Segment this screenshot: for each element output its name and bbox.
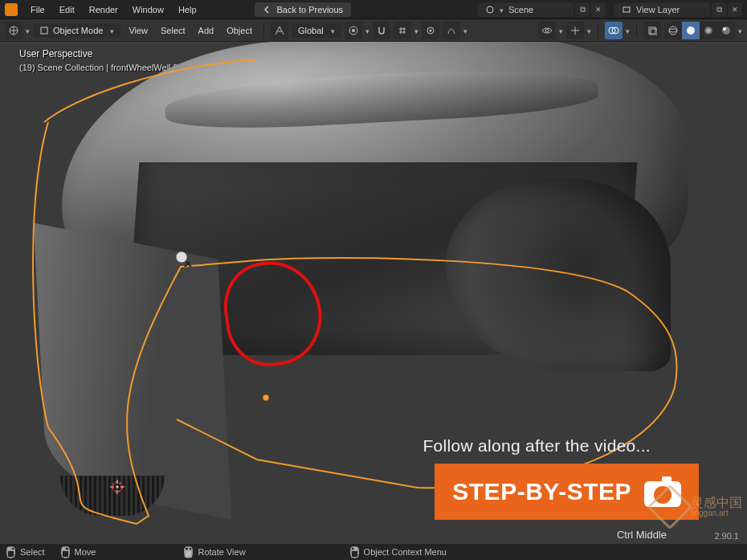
status-select-label: Select bbox=[20, 547, 45, 557]
proportional-icon bbox=[426, 26, 435, 35]
svg-point-0 bbox=[487, 6, 493, 13]
eye-icon bbox=[541, 26, 553, 35]
pivot-icon bbox=[349, 26, 358, 35]
back-arrow-icon bbox=[263, 5, 272, 14]
viewlayer-copy-button[interactable] bbox=[712, 2, 726, 17]
orientation-label: Global bbox=[298, 26, 324, 35]
gizmo-icon bbox=[570, 26, 580, 35]
snap-button[interactable] bbox=[373, 22, 390, 39]
scene-icon bbox=[485, 5, 495, 14]
xray-button[interactable] bbox=[643, 22, 661, 39]
mouse-left-icon bbox=[6, 546, 15, 558]
back-to-previous-label: Back to Previous bbox=[277, 5, 344, 14]
wire-sphere-icon bbox=[667, 25, 679, 36]
shading-rendered-button[interactable] bbox=[717, 22, 735, 39]
chevron-down-icon bbox=[331, 26, 335, 35]
version-label: 2.90.1 bbox=[714, 531, 739, 541]
transform-orientation-button[interactable] bbox=[271, 22, 288, 39]
shading-mode-group bbox=[664, 22, 735, 39]
watermark: 灵感中国 linggan.art bbox=[654, 491, 742, 523]
status-select: Select bbox=[6, 546, 45, 558]
menu-help[interactable]: Help bbox=[172, 2, 203, 18]
menu-select[interactable]: Select bbox=[156, 23, 190, 38]
svg-point-15 bbox=[687, 27, 695, 35]
viewlayer-close-button[interactable] bbox=[728, 2, 742, 17]
scene-selector[interactable]: Scene bbox=[477, 2, 574, 17]
shading-wireframe-button[interactable] bbox=[664, 22, 682, 39]
svg-point-8 bbox=[545, 29, 549, 32]
xray-icon bbox=[647, 26, 657, 35]
menu-file[interactable]: File bbox=[24, 2, 51, 18]
mouse-middle-icon bbox=[184, 546, 193, 558]
chevron-down-icon bbox=[738, 26, 742, 35]
show-overlays-button[interactable] bbox=[538, 22, 556, 39]
viewlayer-name: View Layer bbox=[636, 5, 680, 14]
status-rotate: Rotate View bbox=[184, 546, 245, 558]
mouse-right-icon bbox=[350, 546, 359, 558]
watermark-line1: 灵感中国 bbox=[691, 497, 742, 509]
3d-viewport[interactable]: User Perspective (19) Scene Collection |… bbox=[0, 42, 747, 544]
mouse-left-icon bbox=[61, 546, 70, 558]
chevron-down-icon bbox=[414, 26, 418, 35]
status-rotate-label: Rotate View bbox=[198, 547, 245, 557]
scene-name: Scene bbox=[508, 5, 533, 14]
mode-label: Object Mode bbox=[53, 26, 103, 35]
chevron-down-icon bbox=[365, 26, 369, 35]
menu-render[interactable]: Render bbox=[83, 2, 124, 18]
status-bar: Select Move Rotate View Object Context M… bbox=[0, 544, 747, 560]
shading-matprev-button[interactable] bbox=[700, 22, 717, 39]
svg-rect-11 bbox=[649, 27, 655, 34]
axes-icon bbox=[274, 25, 285, 36]
back-to-previous-button[interactable]: Back to Previous bbox=[255, 2, 352, 17]
curve-icon bbox=[447, 26, 456, 35]
menu-view[interactable]: View bbox=[124, 23, 153, 38]
menu-window[interactable]: Window bbox=[126, 2, 170, 18]
mode-dropdown[interactable]: Object Mode bbox=[33, 23, 120, 38]
object-origin-dot bbox=[263, 395, 268, 400]
proportional-edit-button[interactable] bbox=[422, 22, 439, 39]
snap-target-button[interactable] bbox=[394, 22, 411, 39]
cta-label: STEP-BY-STEP bbox=[452, 478, 631, 505]
chevron-down-icon bbox=[26, 26, 30, 35]
chevron-down-icon bbox=[110, 26, 114, 35]
top-menubar: File Edit Render Window Help Back to Pre… bbox=[0, 0, 747, 19]
show-gizmo-button[interactable] bbox=[566, 22, 584, 39]
svg-rect-1 bbox=[623, 7, 630, 12]
orientation-dropdown[interactable]: Global bbox=[292, 23, 341, 38]
magnet-icon bbox=[377, 26, 386, 35]
chevron-down-icon bbox=[626, 26, 630, 35]
solid-sphere-icon bbox=[685, 25, 696, 36]
editor-type-button[interactable] bbox=[5, 22, 22, 39]
overlays-toggle-button[interactable] bbox=[605, 22, 622, 39]
viewlayer-icon bbox=[622, 5, 631, 14]
svg-rect-12 bbox=[651, 29, 657, 35]
status-context-label: Object Context Menu bbox=[364, 547, 447, 557]
chevron-down-icon bbox=[559, 26, 563, 35]
svg-point-7 bbox=[429, 29, 431, 31]
object-mode-icon bbox=[39, 26, 49, 35]
falloff-button[interactable] bbox=[443, 22, 460, 39]
svg-point-17 bbox=[722, 27, 730, 35]
menu-edit[interactable]: Edit bbox=[53, 2, 81, 18]
status-move-label: Move bbox=[75, 547, 96, 557]
grid-nav-icon bbox=[8, 25, 19, 36]
banner-caption: Follow along after the video... bbox=[422, 436, 651, 456]
grid-snap-icon bbox=[398, 26, 407, 35]
shading-solid-button[interactable] bbox=[682, 22, 700, 39]
svg-point-4 bbox=[352, 29, 355, 32]
chevron-down-icon bbox=[587, 26, 591, 35]
svg-point-18 bbox=[723, 27, 726, 31]
scene-copy-button[interactable] bbox=[575, 2, 590, 17]
scene-close-button[interactable] bbox=[591, 2, 606, 17]
menu-add[interactable]: Add bbox=[194, 23, 219, 38]
svg-rect-3 bbox=[41, 27, 47, 34]
chevron-down-icon bbox=[463, 26, 467, 35]
pivot-button[interactable] bbox=[345, 22, 362, 39]
viewlayer-selector[interactable]: View Layer bbox=[614, 2, 710, 17]
watermark-line2: linggan.art bbox=[691, 509, 742, 517]
svg-point-16 bbox=[704, 27, 712, 35]
viewport-header: Object Mode View Select Add Object Globa… bbox=[0, 19, 747, 42]
status-context: Object Context Menu bbox=[350, 546, 447, 558]
menu-object[interactable]: Object bbox=[222, 23, 257, 38]
overlay-circles-icon bbox=[608, 26, 619, 35]
